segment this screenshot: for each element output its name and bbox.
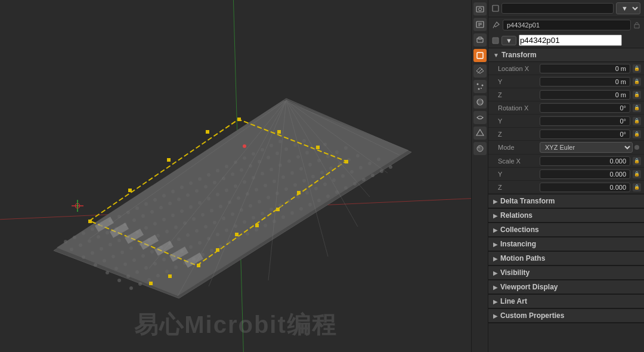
svg-point-49 <box>231 172 234 176</box>
line-art-section: ▶ Line Art <box>488 295 644 309</box>
mode-select[interactable]: XYZ Euler <box>540 142 633 153</box>
physics-btn[interactable] <box>473 95 487 109</box>
rotation-z-value[interactable] <box>540 129 630 139</box>
rotation-z-lock[interactable]: 🔒 <box>633 130 641 138</box>
svg-point-171 <box>359 166 363 169</box>
scale-z-row: Z 🔒 <box>488 181 644 194</box>
svg-point-200 <box>362 178 366 181</box>
svg-point-32 <box>79 243 82 247</box>
svg-point-115 <box>106 271 109 274</box>
object-properties-btn[interactable] <box>473 49 487 62</box>
svg-point-62 <box>117 239 121 242</box>
svg-point-45 <box>195 189 199 193</box>
svg-point-170 <box>350 170 354 174</box>
mode-row: Mode XYZ Euler <box>488 141 644 155</box>
viewport[interactable]: 易心Microbit编程 <box>0 0 471 352</box>
motion-paths-header[interactable]: ▶ Motion Paths <box>488 252 644 265</box>
svg-point-66 <box>153 222 157 226</box>
svg-rect-236 <box>149 282 153 285</box>
rotation-x-value[interactable] <box>540 103 630 113</box>
transform-section: ▼ Transform Location X 🔒 Y 🔒 <box>488 48 644 194</box>
object-name-field[interactable] <box>503 20 631 30</box>
svg-point-88 <box>112 255 115 258</box>
rotation-y-lock[interactable]: 🔒 <box>633 117 641 125</box>
svg-rect-226 <box>237 118 241 121</box>
svg-point-136 <box>293 183 297 187</box>
location-x-lock[interactable]: 🔒 <box>633 64 641 73</box>
svg-point-82 <box>296 155 300 159</box>
scale-z-label: Z <box>498 184 540 191</box>
delta-transform-header[interactable]: ▶ Delta Transform <box>488 194 644 208</box>
mesh-toggle-btn[interactable]: ▼ <box>501 36 516 45</box>
custom-properties-header[interactable]: ▶ Custom Properties <box>488 309 644 323</box>
collections-header[interactable]: ▶ Collections <box>488 223 644 237</box>
svg-point-26 <box>243 156 246 160</box>
location-x-value[interactable] <box>540 64 630 73</box>
location-z-lock[interactable]: 🔒 <box>633 91 641 99</box>
constraints-btn[interactable] <box>473 111 487 124</box>
search-input[interactable] <box>501 3 614 14</box>
svg-point-76 <box>243 180 246 184</box>
svg-point-201 <box>371 174 374 177</box>
mode-dot <box>634 145 639 150</box>
svg-point-71 <box>198 201 202 205</box>
instancing-header[interactable]: ▶ Instancing <box>488 237 644 251</box>
collections-triangle: ▶ <box>493 227 498 233</box>
material-btn[interactable] <box>473 142 487 155</box>
svg-point-188 <box>255 228 258 231</box>
mesh-name-field[interactable] <box>519 35 622 46</box>
svg-point-42 <box>168 202 172 205</box>
scale-y-lock[interactable]: 🔒 <box>633 170 641 178</box>
transform-header[interactable]: ▼ Transform <box>488 48 644 62</box>
scale-z-value[interactable] <box>540 183 630 192</box>
svg-point-15 <box>144 202 148 206</box>
location-y-lock[interactable]: 🔒 <box>633 78 641 86</box>
relations-header[interactable]: ▶ Relations <box>488 209 644 223</box>
svg-point-179 <box>174 265 178 269</box>
svg-point-189 <box>264 224 267 227</box>
svg-point-128 <box>222 217 225 220</box>
svg-point-166 <box>314 187 318 190</box>
rotation-x-lock[interactable]: 🔒 <box>633 104 641 112</box>
modifier-properties-btn[interactable] <box>473 64 487 78</box>
collections-label: Collections <box>500 226 539 234</box>
line-art-header[interactable]: ▶ Line Art <box>488 295 644 308</box>
svg-point-30 <box>278 140 282 143</box>
svg-rect-234 <box>216 248 219 252</box>
scale-y-value[interactable] <box>540 169 630 179</box>
svg-point-47 <box>213 181 216 184</box>
svg-point-87 <box>103 259 106 263</box>
output-properties-btn[interactable] <box>473 18 487 31</box>
panel-dropdown[interactable]: ▼ <box>616 2 640 14</box>
pin-icon <box>492 21 500 29</box>
svg-point-165 <box>305 191 309 194</box>
svg-point-38 <box>132 218 136 222</box>
rotation-y-value[interactable] <box>540 116 630 126</box>
svg-point-72 <box>207 197 210 200</box>
view-layer-btn[interactable] <box>473 33 487 47</box>
svg-point-173 <box>377 158 380 161</box>
visibility-triangle: ▶ <box>493 270 498 276</box>
instancing-section: ▶ Instancing <box>488 237 644 252</box>
visibility-header[interactable]: ▶ Visibility <box>488 266 644 280</box>
svg-point-129 <box>231 212 234 216</box>
scale-x-lock[interactable]: 🔒 <box>633 157 641 165</box>
scale-z-lock[interactable]: 🔒 <box>633 183 641 192</box>
location-y-value[interactable] <box>540 77 630 87</box>
render-properties-btn[interactable] <box>473 2 487 16</box>
svg-point-109 <box>299 167 303 171</box>
particles-btn[interactable] <box>473 80 487 93</box>
svg-point-44 <box>186 193 190 197</box>
location-z-value[interactable] <box>540 90 630 100</box>
svg-point-238 <box>243 144 246 148</box>
svg-point-202 <box>380 169 383 173</box>
svg-point-143 <box>356 154 360 158</box>
rotation-x-row: Rotation X 🔒 <box>488 101 644 115</box>
svg-point-118 <box>132 258 136 262</box>
scale-x-value[interactable] <box>540 156 630 166</box>
viewport-display-header[interactable]: ▶ Viewport Display <box>488 280 644 294</box>
data-properties-btn[interactable] <box>473 126 487 140</box>
svg-point-199 <box>353 182 357 186</box>
svg-rect-230 <box>255 224 259 227</box>
svg-point-6 <box>64 240 67 243</box>
